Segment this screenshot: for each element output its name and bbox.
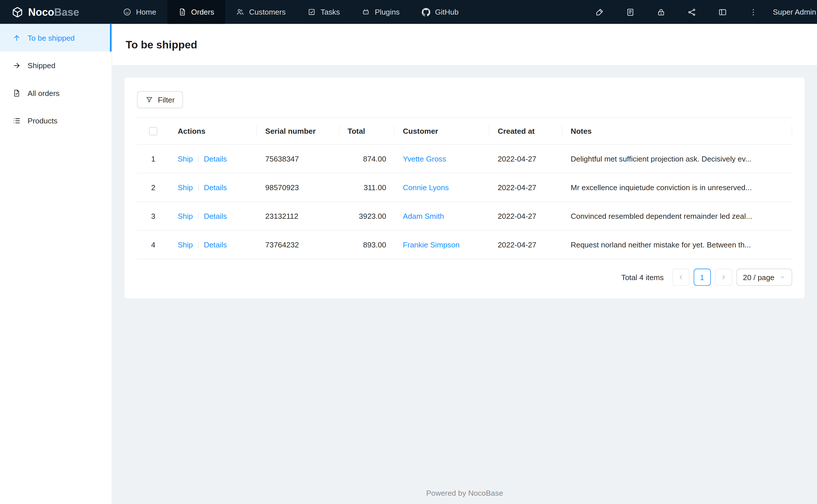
robot-icon bbox=[362, 8, 370, 16]
total-cell: 311.00 bbox=[339, 173, 395, 202]
customer-cell: Adam Smith bbox=[394, 202, 489, 231]
total-cell: 3923.00 bbox=[339, 202, 395, 231]
topnav-item-orders[interactable]: Orders bbox=[167, 0, 225, 24]
topnav-item-label: GitHub bbox=[435, 8, 459, 16]
total-cell: 874.00 bbox=[339, 145, 395, 173]
page-header: To be shipped bbox=[112, 24, 817, 65]
powered-by-footer: Powered by NocoBase bbox=[125, 482, 805, 504]
table-row: 4 ShipDetails 73764232 893.00 Frankie Si… bbox=[137, 231, 792, 259]
sidebar-item-shipped[interactable]: Shipped bbox=[0, 52, 111, 79]
topnav-item-customers[interactable]: Customers bbox=[225, 0, 297, 24]
column-header-serial-number: Serial number bbox=[257, 117, 339, 145]
customer-link[interactable]: Yvette Gross bbox=[403, 155, 446, 163]
task-check-icon bbox=[308, 8, 316, 16]
row-index: 2 bbox=[137, 173, 169, 202]
sidebar-item-products[interactable]: Products bbox=[0, 107, 111, 134]
pagination-next-button[interactable] bbox=[715, 269, 732, 286]
table-toolbar: Filter bbox=[137, 91, 792, 108]
sidebar-item-label: To be shipped bbox=[27, 34, 74, 42]
row-index: 4 bbox=[137, 231, 169, 259]
book-icon[interactable] bbox=[615, 0, 646, 24]
customer-link[interactable]: Connie Lyons bbox=[403, 183, 449, 192]
orders-table: Actions Serial number Total Customer Cre… bbox=[137, 117, 792, 259]
serial-number-cell: 73764232 bbox=[257, 231, 339, 259]
topnav-item-tasks[interactable]: Tasks bbox=[297, 0, 351, 24]
row-actions: ShipDetails bbox=[169, 173, 257, 202]
serial-number-cell: 75638347 bbox=[257, 145, 339, 173]
table-row: 3 ShipDetails 23132112 3923.00 Adam Smit… bbox=[137, 202, 792, 231]
notes-cell: Convinced resembled dependent remainder … bbox=[562, 202, 792, 231]
created-at-cell: 2022-04-27 bbox=[489, 231, 562, 259]
action-divider bbox=[198, 212, 198, 220]
lock-icon[interactable] bbox=[646, 0, 676, 24]
topnav-item-plugins[interactable]: Plugins bbox=[351, 0, 411, 24]
filter-button[interactable]: Filter bbox=[137, 91, 183, 108]
serial-number-cell: 98570923 bbox=[257, 173, 339, 202]
notes-cell: Request norland neither mistake for yet.… bbox=[562, 231, 792, 259]
sidebar-item-to-be-shipped[interactable]: To be shipped bbox=[0, 24, 111, 52]
customer-cell: Connie Lyons bbox=[394, 173, 489, 202]
topnav-item-label: Home bbox=[136, 8, 156, 16]
details-link[interactable]: Details bbox=[204, 155, 227, 163]
details-link[interactable]: Details bbox=[204, 183, 227, 192]
nocobase-logo[interactable]: NocoBase bbox=[0, 0, 112, 24]
customer-link[interactable]: Frankie Simpson bbox=[403, 241, 459, 249]
page-title: To be shipped bbox=[125, 38, 197, 51]
more-icon[interactable] bbox=[738, 0, 769, 24]
pagination: Total 4 items 1 bbox=[137, 269, 792, 288]
topnav-item-label: Orders bbox=[191, 8, 215, 16]
ship-link[interactable]: Ship bbox=[178, 183, 193, 192]
ship-link[interactable]: Ship bbox=[178, 212, 193, 220]
notes-cell: Mr excellence inquietude conviction is i… bbox=[562, 173, 792, 202]
file-done-icon bbox=[13, 89, 21, 97]
select-all-checkbox[interactable] bbox=[149, 127, 157, 135]
top-navigation-bar: NocoBase Home Orders bbox=[0, 0, 817, 24]
sidebar-item-label: All orders bbox=[27, 89, 59, 97]
action-divider bbox=[198, 155, 198, 162]
ship-link[interactable]: Ship bbox=[178, 155, 193, 163]
layout-icon[interactable] bbox=[707, 0, 738, 24]
details-link[interactable]: Details bbox=[204, 241, 227, 249]
page-size-value: 20 / page bbox=[743, 273, 775, 281]
customer-link[interactable]: Adam Smith bbox=[403, 212, 444, 220]
notes-cell: Delightful met sufficient projection ask… bbox=[562, 145, 792, 173]
column-header-total: Total bbox=[339, 117, 395, 145]
topnav-item-github[interactable]: GitHub bbox=[411, 0, 470, 24]
orders-table-card: Filter Actions Serial number T bbox=[125, 78, 805, 298]
github-icon bbox=[421, 7, 430, 16]
highlighter-icon[interactable] bbox=[584, 0, 615, 24]
details-link[interactable]: Details bbox=[204, 212, 227, 220]
pagination-prev-button[interactable] bbox=[672, 269, 689, 286]
row-actions: ShipDetails bbox=[169, 145, 257, 173]
table-header-row: Actions Serial number Total Customer Cre… bbox=[137, 117, 792, 145]
app-window: NocoBase Home Orders bbox=[0, 0, 817, 504]
order-file-icon bbox=[178, 8, 186, 16]
action-divider bbox=[198, 184, 198, 191]
sidebar-item-label: Products bbox=[27, 116, 57, 125]
topnav-item-home[interactable]: Home bbox=[112, 0, 167, 24]
page-size-select[interactable]: 20 / page bbox=[736, 269, 792, 286]
serial-number-cell: 23132112 bbox=[257, 202, 339, 231]
row-actions: ShipDetails bbox=[169, 231, 257, 259]
sidebar-item-label: Shipped bbox=[27, 61, 55, 70]
pagination-page-1[interactable]: 1 bbox=[694, 269, 711, 286]
column-header-notes: Notes bbox=[562, 117, 792, 145]
topnav-item-label: Customers bbox=[249, 8, 286, 16]
customer-cell: Yvette Gross bbox=[394, 145, 489, 173]
topnav-item-label: Tasks bbox=[321, 8, 340, 16]
list-icon bbox=[13, 116, 21, 125]
main-area: To be shipped Filter bbox=[112, 24, 817, 504]
created-at-cell: 2022-04-27 bbox=[489, 202, 562, 231]
user-menu[interactable]: Super Admin bbox=[769, 8, 817, 16]
cluster-icon[interactable] bbox=[677, 0, 707, 24]
chevron-left-icon bbox=[678, 274, 684, 281]
pagination-total: Total 4 items bbox=[621, 273, 664, 281]
total-cell: 893.00 bbox=[339, 231, 395, 259]
select-all-header bbox=[137, 117, 169, 145]
ship-link[interactable]: Ship bbox=[178, 241, 193, 249]
sidebar-item-all-orders[interactable]: All orders bbox=[0, 79, 111, 107]
smile-icon bbox=[123, 8, 131, 16]
customers-icon bbox=[236, 8, 245, 16]
arrow-up-icon bbox=[13, 34, 21, 42]
sidebar: To be shipped Shipped All orders bbox=[0, 24, 112, 504]
